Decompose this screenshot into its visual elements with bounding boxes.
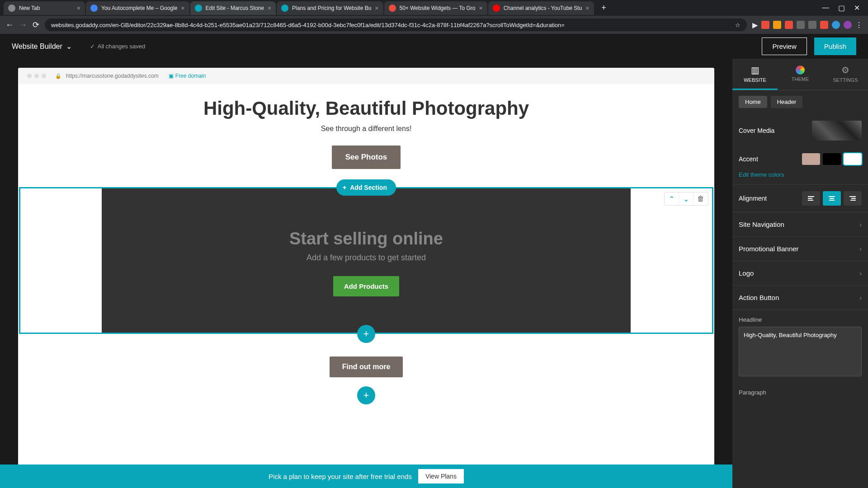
- accent-swatches: [802, 153, 862, 165]
- url-input[interactable]: websites.godaddy.com/en-GB/editor/22c329…: [45, 19, 747, 31]
- star-icon[interactable]: ☆: [735, 22, 741, 28]
- find-section[interactable]: Find out more +: [18, 343, 714, 413]
- add-section-plus[interactable]: +: [357, 386, 375, 404]
- subtab-header[interactable]: Header: [771, 96, 803, 108]
- swatch[interactable]: [823, 153, 841, 165]
- extension-icon[interactable]: [820, 21, 828, 29]
- browser-tab-bar: New Tab× You Autocomplete Me – Google× E…: [0, 0, 868, 16]
- extension-icon[interactable]: [773, 21, 781, 29]
- close-icon[interactable]: ×: [181, 5, 184, 12]
- see-photos-button[interactable]: See Photos: [332, 145, 401, 169]
- reload-icon[interactable]: ⟳: [33, 20, 39, 30]
- tab-theme[interactable]: THEME: [778, 59, 823, 90]
- new-tab-button[interactable]: +: [598, 2, 610, 14]
- canvas-area: 🔒 https://marcusstone.godaddysites.com ▣…: [0, 59, 732, 488]
- swatch[interactable]: [802, 153, 820, 165]
- move-up-button[interactable]: ⌃: [665, 192, 679, 205]
- extension-icon[interactable]: [832, 21, 840, 29]
- cover-thumb[interactable]: [812, 121, 862, 141]
- play-icon[interactable]: ▶: [752, 21, 758, 29]
- sell-center[interactable]: Start selling online Add a few products …: [102, 188, 631, 333]
- close-icon[interactable]: ×: [375, 5, 378, 12]
- add-section-plus[interactable]: +: [357, 325, 375, 343]
- add-section-button[interactable]: +Add Section: [336, 179, 396, 196]
- align-center[interactable]: [823, 191, 841, 206]
- cover-media-row[interactable]: Cover Media: [732, 114, 868, 147]
- extensions: ▶ ⋮: [752, 21, 863, 29]
- action-button-item[interactable]: Action Button›: [732, 286, 868, 310]
- menu-icon[interactable]: ⋮: [855, 21, 863, 29]
- hero-section[interactable]: High-Quality, Beautiful Photography See …: [18, 84, 714, 187]
- add-products-button[interactable]: Add Products: [333, 276, 399, 296]
- saved-status: ✓All changes saved: [90, 43, 146, 50]
- tag-icon: ▣: [169, 73, 174, 79]
- maximize-icon[interactable]: ▢: [838, 4, 845, 12]
- back-icon[interactable]: ←: [5, 20, 14, 30]
- avatar[interactable]: [844, 21, 852, 29]
- publish-button[interactable]: Publish: [814, 38, 856, 55]
- delete-section-button[interactable]: 🗑: [693, 192, 708, 205]
- align-left[interactable]: [802, 191, 820, 206]
- preview-button[interactable]: Preview: [762, 38, 807, 55]
- browser-tab[interactable]: You Autocomplete Me – Google×: [86, 1, 189, 15]
- browser-tab[interactable]: New Tab×: [4, 1, 85, 15]
- view-plans-button[interactable]: View Plans: [418, 469, 464, 483]
- close-window-icon[interactable]: ✕: [854, 4, 860, 12]
- close-icon[interactable]: ×: [585, 5, 589, 12]
- check-icon: ✓: [90, 43, 95, 50]
- url-text: websites.godaddy.com/en-GB/editor/22c329…: [51, 22, 565, 28]
- forward-icon[interactable]: →: [19, 20, 27, 30]
- close-icon[interactable]: ×: [77, 5, 80, 12]
- browser-tab[interactable]: Plans and Pricing for Website Bu×: [277, 1, 383, 15]
- promotional-banner-item[interactable]: Promotional Banner›: [732, 237, 868, 261]
- alignment-options: [802, 191, 862, 206]
- extension-icon[interactable]: [808, 21, 816, 29]
- plan-banner: Pick a plan to keep your site after free…: [0, 465, 732, 488]
- chevron-down-icon: ⌄: [66, 42, 72, 51]
- headline-input[interactable]: [739, 327, 862, 376]
- hero-subtitle[interactable]: See through a different lens!: [27, 125, 705, 133]
- browser-tab-active[interactable]: Edit Site - Marcus Stone×: [190, 1, 276, 15]
- alignment-label: Alignment: [739, 195, 767, 202]
- tab-title: You Autocomplete Me – Google: [101, 5, 177, 11]
- app-title[interactable]: Website Builder⌄: [12, 42, 72, 51]
- close-icon[interactable]: ×: [479, 5, 482, 12]
- right-panel: ▥WEBSITE THEME ⚙SETTINGS Home Header Cov…: [732, 59, 868, 488]
- canvas-content[interactable]: High-Quality, Beautiful Photography See …: [18, 84, 714, 488]
- chevron-right-icon: ›: [859, 269, 862, 277]
- subtab-home[interactable]: Home: [739, 96, 767, 108]
- find-more-button[interactable]: Find out more: [330, 357, 403, 377]
- logo-item[interactable]: Logo›: [732, 261, 868, 286]
- section-side: [631, 188, 712, 333]
- tab-title: 50+ Website Widgets — To Gro: [400, 5, 476, 11]
- sell-block: Start selling online Add a few products …: [20, 188, 712, 333]
- tab-website[interactable]: ▥WEBSITE: [732, 59, 778, 90]
- tab-title: New Tab: [19, 5, 73, 11]
- browser-tab[interactable]: 50+ Website Widgets — To Gro×: [384, 1, 487, 15]
- extension-icon[interactable]: [785, 21, 793, 29]
- swatch-selected[interactable]: [844, 153, 862, 165]
- close-icon[interactable]: ×: [268, 5, 271, 12]
- free-domain-link[interactable]: ▣Free domain: [169, 73, 206, 79]
- alignment-row: Alignment: [732, 184, 868, 212]
- site-navigation-item[interactable]: Site Navigation›: [732, 212, 868, 237]
- tab-settings[interactable]: ⚙SETTINGS: [823, 59, 868, 90]
- extension-icon[interactable]: [797, 21, 805, 29]
- align-right[interactable]: [844, 191, 862, 206]
- move-down-button[interactable]: ⌄: [679, 192, 693, 205]
- tab-title: Plans and Pricing for Website Bu: [292, 5, 371, 11]
- chevron-right-icon: ›: [859, 221, 862, 228]
- pages-icon: ▥: [751, 65, 760, 75]
- canvas-url-bar: 🔒 https://marcusstone.godaddysites.com ▣…: [18, 68, 714, 84]
- edit-theme-colors-link[interactable]: Edit theme colors: [732, 171, 868, 184]
- accent-label: Accent: [739, 155, 758, 163]
- extension-icon[interactable]: [761, 21, 769, 29]
- canvas: 🔒 https://marcusstone.godaddysites.com ▣…: [18, 68, 714, 488]
- browser-tab[interactable]: Channel analytics - YouTube Stu×: [488, 1, 594, 15]
- banner-text: Pick a plan to keep your site after free…: [269, 473, 412, 480]
- minimize-icon[interactable]: —: [822, 4, 829, 12]
- cover-media-label: Cover Media: [739, 127, 774, 134]
- theme-icon: [796, 66, 805, 75]
- hero-title[interactable]: High-Quality, Beautiful Photography: [27, 98, 705, 119]
- selected-section[interactable]: +Add Section ⌃ ⌄ 🗑 Start selling online …: [19, 187, 713, 334]
